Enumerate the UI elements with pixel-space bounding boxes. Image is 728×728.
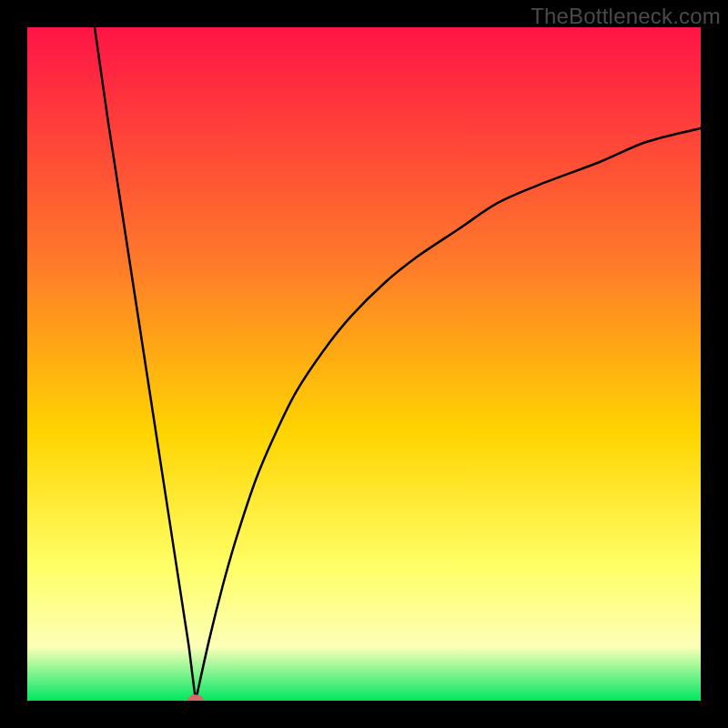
- gradient-background: [27, 27, 701, 701]
- chart-frame: TheBottleneck.com: [0, 0, 728, 728]
- plot-svg: [27, 27, 701, 701]
- plot-area: [27, 27, 701, 701]
- watermark-text: TheBottleneck.com: [531, 4, 721, 29]
